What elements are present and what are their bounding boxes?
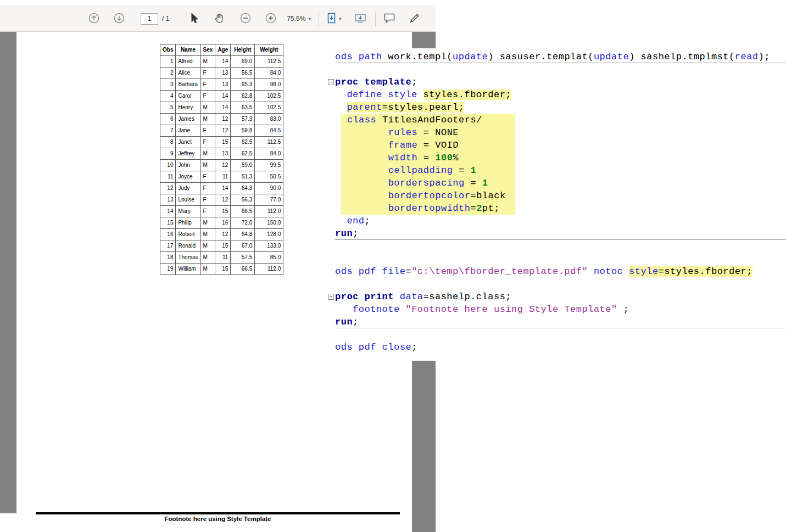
footnote-rule <box>36 512 400 514</box>
code-line[interactable]: −proc print data=sashelp.class; <box>335 290 786 303</box>
pen-tool-icon <box>409 12 421 26</box>
column-header: Name <box>176 44 200 56</box>
next-page-button[interactable] <box>112 11 126 27</box>
code-line[interactable]: footnote "Footnote here using Style Temp… <box>335 303 786 316</box>
code-line[interactable]: parent=styles.pearl; <box>335 101 786 114</box>
fit-width-icon <box>354 13 366 25</box>
code-line[interactable]: ods pdf close; <box>335 341 786 354</box>
zoom-in-button[interactable] <box>264 11 278 27</box>
code-line[interactable]: ods path work.templ(update) sasuser.temp… <box>335 51 786 63</box>
sas-code-editor[interactable]: ods path work.templ(update) sasuser.temp… <box>327 48 786 361</box>
chevron-down-icon: ▾ <box>339 16 342 21</box>
table-row: 12JudyF1464.390.0 <box>160 183 283 194</box>
page-navigation: / 1 <box>141 13 169 25</box>
table-row: 1AlfredM1469.0112.5 <box>160 56 283 68</box>
column-header: Age <box>215 44 231 56</box>
code-editor-lines: ods path work.templ(update) sasuser.temp… <box>327 51 786 354</box>
select-tool-button[interactable] <box>188 11 200 27</box>
code-line[interactable]: class TitlesAndFooters/ <box>335 114 786 126</box>
code-line[interactable] <box>335 278 786 290</box>
table-row: 19WilliamM1566.5112.0 <box>160 264 283 275</box>
table-row: 8JanetF1562.5112.5 <box>160 137 283 148</box>
code-line[interactable]: run; <box>335 316 786 328</box>
code-line[interactable]: ods pdf file="c:\temp\fborder_template.p… <box>335 265 786 278</box>
chevron-down-icon: ▾ <box>308 16 311 21</box>
previous-page-button[interactable] <box>87 11 101 27</box>
table-row: 18ThomasM1157.585.0 <box>160 252 283 264</box>
add-comment-button[interactable] <box>382 12 397 26</box>
page-display-mode-button[interactable]: ▾ <box>326 12 343 26</box>
zoom-in-icon <box>265 12 277 26</box>
zoom-out-button[interactable] <box>238 11 253 27</box>
table-row: 4CarolF1462.8102.5 <box>160 91 283 102</box>
table-row: 14MaryF1566.5112.0 <box>160 206 283 217</box>
code-line[interactable]: borderspacing = 1 <box>335 177 786 189</box>
code-line[interactable] <box>335 253 786 265</box>
table-row: 17RonaldM1567.0133.0 <box>160 240 283 252</box>
code-line[interactable]: frame = VOID <box>335 139 786 152</box>
fold-toggle-icon[interactable]: − <box>328 294 334 300</box>
page-down-icon <box>113 12 125 26</box>
toolbar-divider <box>319 12 319 26</box>
table-row: 5HenryM1463.5102.5 <box>160 102 283 114</box>
page-number-input[interactable] <box>141 13 158 25</box>
code-line[interactable] <box>335 328 786 341</box>
table-row: 7JaneF1259.884.5 <box>160 125 283 137</box>
select-tool-icon <box>189 12 199 26</box>
hand-tool-icon <box>213 12 225 26</box>
class-table-header-row: ObsNameSexAgeHeightWeight <box>160 44 283 56</box>
table-row: 3BarbaraF1365.398.0 <box>160 79 283 91</box>
code-line[interactable]: end; <box>335 215 786 227</box>
code-line[interactable]: cellpadding = 1 <box>335 164 786 177</box>
table-row: 16RobertM1264.8128.0 <box>160 229 283 240</box>
code-line[interactable]: −proc template; <box>335 76 786 88</box>
comment-icon <box>383 13 395 25</box>
code-line[interactable]: rules = NONE <box>335 126 786 139</box>
class-table-body: 1AlfredM1469.0112.52AliceF1356.584.03Bar… <box>160 56 283 275</box>
table-row: 15PhilipM1672.0150.0 <box>160 217 283 229</box>
fit-width-button[interactable] <box>353 12 367 26</box>
table-row: 2AliceF1356.584.0 <box>160 68 283 79</box>
code-line[interactable]: bordertopcolor=black <box>335 189 786 202</box>
column-header: Sex <box>200 44 215 56</box>
code-line[interactable]: bordertopwidth=2pt; <box>335 202 786 215</box>
page-up-icon <box>88 12 100 26</box>
table-row: 6JamesM1257.383.0 <box>160 114 283 125</box>
viewer-background-left <box>0 32 16 513</box>
zoom-out-icon <box>239 12 252 26</box>
pen-tool-button[interactable] <box>408 11 422 27</box>
column-header: Height <box>231 44 255 56</box>
table-row: 9JeffreyM1362.584.0 <box>160 148 283 160</box>
page-count-label: / 1 <box>162 15 169 23</box>
code-line[interactable]: define style styles.fborder; <box>335 88 786 101</box>
code-line[interactable] <box>335 63 786 76</box>
table-row: 10JohnM1259.099.5 <box>160 160 283 171</box>
footnote-text: Footnote here using Style Template <box>36 516 400 522</box>
code-line[interactable]: run; <box>335 227 786 240</box>
column-header: Weight <box>255 44 283 56</box>
column-header: Obs <box>160 44 176 56</box>
pdf-viewer-toolbar: / 1 75.5% ▾ ▾ <box>0 5 436 32</box>
table-row: 13LouiseF1256.377.0 <box>160 194 283 206</box>
class-data-table: ObsNameSexAgeHeightWeight 1AlfredM1469.0… <box>160 44 283 275</box>
zoom-level-dropdown[interactable]: 75.5% ▾ <box>287 15 311 23</box>
toolbar-divider <box>375 12 376 26</box>
code-line[interactable]: width = 100% <box>335 152 786 164</box>
fold-toggle-icon[interactable]: − <box>328 79 334 85</box>
code-line[interactable] <box>335 240 786 253</box>
hand-tool-button[interactable] <box>212 11 226 27</box>
page-display-icon <box>327 13 336 25</box>
zoom-level-value: 75.5% <box>287 15 305 23</box>
table-row: 11JoyceF1151.350.5 <box>160 171 283 183</box>
